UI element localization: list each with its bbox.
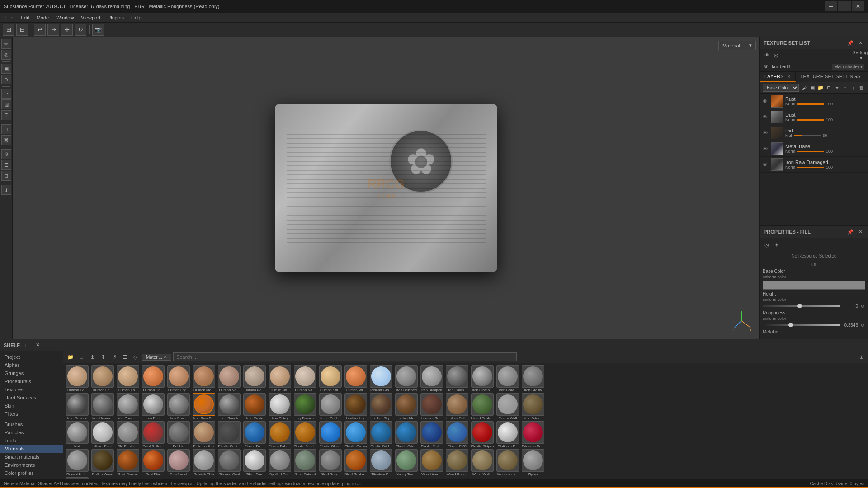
ts-item-shader[interactable]: Main shader ▾ bbox=[832, 64, 864, 70]
shelf-search-input[interactable] bbox=[173, 352, 516, 361]
history-tool[interactable]: ⊡ bbox=[1, 171, 11, 181]
layer-row-iron-raw[interactable]: 👁 Iron Raw Damaged Norm 100 bbox=[760, 157, 868, 173]
material-item-iron-shiny[interactable]: Iron Shiny bbox=[268, 393, 292, 420]
material-item-leather-big---[interactable]: Leather Big... bbox=[369, 393, 393, 420]
properties-close[interactable]: ✕ bbox=[856, 228, 864, 236]
ts-close-btn[interactable]: ✕ bbox=[856, 39, 864, 47]
transform-tool[interactable]: ⊕ bbox=[1, 75, 11, 84]
shelf-refresh-btn[interactable]: ↺ bbox=[109, 352, 118, 361]
material-item-human-fe---[interactable]: Human Fe... bbox=[65, 365, 90, 392]
material-item-nickel-pure[interactable]: Nickel Pure bbox=[90, 421, 115, 448]
layer-add-folder[interactable]: 📁 bbox=[817, 84, 824, 92]
tab-layers-close[interactable]: ✕ bbox=[787, 74, 791, 79]
shelf-export-btn[interactable]: ↧ bbox=[99, 352, 108, 361]
select-tool[interactable]: ▣ bbox=[1, 64, 11, 74]
sidebar-item-tools[interactable]: Tools bbox=[0, 436, 63, 445]
sidebar-item-procedurals[interactable]: Procedurals bbox=[0, 377, 63, 385]
material-item-iceland-gra---[interactable]: Iceland Gra... bbox=[369, 365, 393, 392]
material-item-plastic-glos---[interactable]: Plastic Glos... bbox=[318, 421, 343, 448]
material-item-nail[interactable]: Nail bbox=[65, 421, 90, 448]
material-item-iron-rough[interactable]: Iron Rough bbox=[217, 393, 241, 420]
shelf-folder-btn[interactable]: 📁 bbox=[66, 352, 75, 361]
properties-pin[interactable]: 📌 bbox=[846, 228, 854, 236]
material-item-leather-me---[interactable]: Leather Me... bbox=[394, 393, 419, 420]
layer-add-paint[interactable]: 🖌 bbox=[801, 84, 808, 92]
material-item-steel-rough[interactable]: Steel Rough bbox=[318, 449, 343, 476]
material-item-wood-rough[interactable]: Wood Rough bbox=[445, 449, 469, 476]
shelf-grid-view[interactable]: ⊞ bbox=[857, 353, 865, 361]
ts-eye-btn[interactable]: 👁 bbox=[763, 51, 771, 59]
layer-row-rust[interactable]: 👁 Rust Norm 100 bbox=[760, 94, 868, 109]
sidebar-item-particles[interactable]: Particles bbox=[0, 428, 63, 436]
tab-texture-set-settings[interactable]: TEXTURE SET SETTINGS bbox=[796, 72, 866, 82]
material-item-reynolds-h---[interactable]: Reynolds H... bbox=[65, 449, 90, 476]
material-item-princess-ro---[interactable]: Princess Ro... bbox=[521, 421, 545, 448]
layer-dust-eye[interactable]: 👁 bbox=[763, 114, 769, 120]
sidebar-item-color-profiles[interactable]: Color profiles bbox=[0, 469, 63, 477]
material-item-woodcreek---[interactable]: Woodcreek... bbox=[495, 449, 520, 476]
material-item-plastic-pvc[interactable]: Plastic PVC bbox=[445, 421, 469, 448]
material-item-human-no---[interactable]: Human No... bbox=[268, 365, 292, 392]
sidebar-item-brushes[interactable]: Brushes bbox=[0, 420, 63, 428]
material-item-plastic-grid---[interactable]: Plastic Grid... bbox=[394, 421, 419, 448]
ts-eye2-btn[interactable]: ◎ bbox=[772, 51, 780, 59]
shelf-tab-close[interactable]: ✕ bbox=[164, 355, 167, 359]
smudge-tool[interactable]: ◎ bbox=[1, 50, 11, 60]
shelf-import-btn[interactable]: ↥ bbox=[88, 352, 97, 361]
eyedrop-tool[interactable]: ⊸ bbox=[1, 89, 11, 99]
material-item-human-he---[interactable]: Human He... bbox=[141, 365, 165, 392]
sidebar-item-alphas[interactable]: Alphas bbox=[0, 361, 63, 369]
shelf-circle-btn[interactable]: ◎ bbox=[131, 352, 140, 361]
sidebar-item-filters[interactable]: Filters bbox=[0, 410, 63, 418]
mask-tool[interactable]: ⊓ bbox=[1, 124, 11, 134]
prop-roughness-slider[interactable] bbox=[763, 324, 840, 326]
layer-add-mask[interactable]: ⊓ bbox=[825, 84, 832, 92]
material-item-iron-grinded[interactable]: Iron Grinded bbox=[65, 393, 90, 420]
prop-roughness-edit[interactable]: ⊙ bbox=[860, 322, 865, 328]
material-item-leather-soft---[interactable]: Leather Soft... bbox=[445, 393, 469, 420]
material-item-iron-brushed[interactable]: Iron Brushed bbox=[394, 365, 419, 392]
shelf-active-tab[interactable]: Materi... ✕ bbox=[142, 354, 171, 361]
material-item-plastic-stripes[interactable]: Plastic Stripes bbox=[470, 421, 495, 448]
material-item-zipper[interactable]: Zipper bbox=[521, 449, 545, 476]
grid-btn[interactable]: ⊞ bbox=[3, 24, 14, 36]
info-tool[interactable]: ℹ bbox=[1, 185, 11, 195]
material-item-plastic-matt---[interactable]: Plastic Matt... bbox=[420, 421, 444, 448]
material-item-lizard-scale---[interactable]: Lizard Scale... bbox=[470, 393, 495, 420]
shelf-filter-btn[interactable]: ☰ bbox=[120, 352, 129, 361]
shelf-add-btn[interactable]: □ bbox=[77, 352, 86, 361]
material-item-human-mo---[interactable]: Human Mo... bbox=[192, 365, 216, 392]
text-tool[interactable]: T bbox=[1, 110, 11, 120]
material-item-human-ne---[interactable]: Human Ne... bbox=[217, 365, 241, 392]
material-item-mortar-wall[interactable]: Mortar Wall bbox=[495, 393, 520, 420]
ts-settings-btn[interactable]: Settings ▾ bbox=[857, 51, 865, 59]
material-item-human-na---[interactable]: Human Na... bbox=[242, 365, 267, 392]
prop-height-slider[interactable] bbox=[763, 305, 840, 307]
render-btn[interactable]: 📷 bbox=[92, 24, 104, 36]
menu-mode[interactable]: Mode bbox=[33, 14, 53, 21]
material-item-human-shi---[interactable]: Human Shi... bbox=[318, 365, 343, 392]
clone-tool[interactable]: ⌘ bbox=[1, 135, 11, 145]
material-item-wood-wali---[interactable]: Wood Wali... bbox=[470, 449, 495, 476]
shelf-expand-btn[interactable]: □ bbox=[23, 341, 31, 349]
material-item-iron-chain---[interactable]: Iron Chain... bbox=[445, 365, 469, 392]
material-item-large-cobb---[interactable]: Large Cobb... bbox=[318, 393, 343, 420]
material-item-titanium-p---[interactable]: Titanium P... bbox=[369, 449, 393, 476]
sidebar-item-skin[interactable]: Skin bbox=[0, 402, 63, 410]
settings-tool[interactable]: ⚙ bbox=[1, 149, 11, 159]
material-item-plain-leather[interactable]: Plain Leather bbox=[192, 421, 216, 448]
material-item-plastic-grainy[interactable]: Plastic Grainy bbox=[344, 421, 368, 448]
material-item-leather-ro---[interactable]: Leather Ro... bbox=[420, 393, 444, 420]
material-item-mud-brick--[interactable]: Mud Brick _ bbox=[521, 393, 545, 420]
material-item-paint-roller---[interactable]: Paint Roller... bbox=[141, 421, 165, 448]
material-item-silicone-coat[interactable]: Silicone Coat bbox=[217, 449, 241, 476]
material-item-iron-pure[interactable]: Iron Pure bbox=[141, 393, 165, 420]
close-button[interactable]: ✕ bbox=[852, 1, 864, 11]
move-btn[interactable]: ✛ bbox=[61, 24, 73, 36]
prop-base-color-box[interactable] bbox=[763, 281, 865, 290]
ts-pin-btn[interactable]: 📌 bbox=[846, 39, 854, 47]
material-item-human-no---[interactable]: Human No... bbox=[293, 365, 317, 392]
layer-row-dust[interactable]: 👁 Dust Norm 100 bbox=[760, 109, 868, 125]
material-item-iron-galv---[interactable]: Iron Galv... bbox=[495, 365, 520, 392]
material-item-ivy-branch[interactable]: Ivy Branch bbox=[293, 393, 317, 420]
